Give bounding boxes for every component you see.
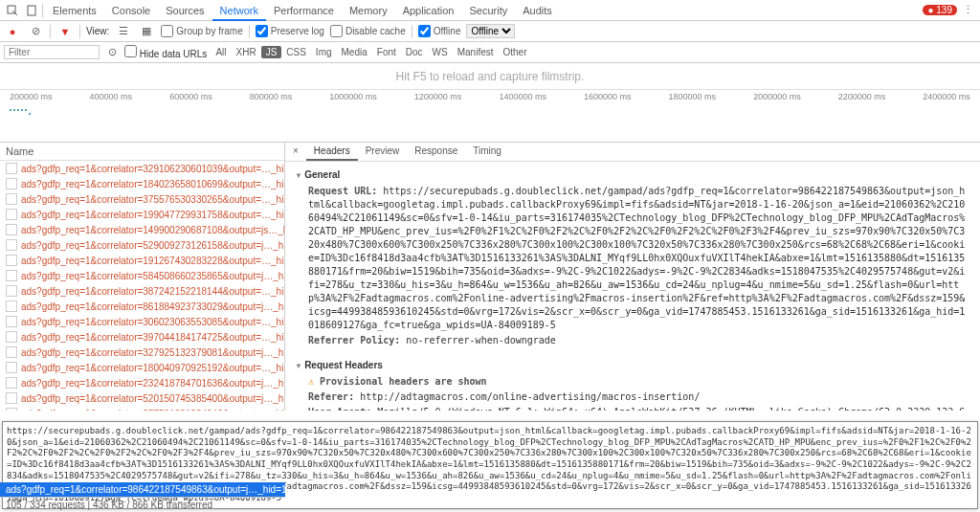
request-details: ×HeadersPreviewResponseTiming General Re… — [285, 143, 980, 411]
filter-search-icon[interactable]: ⊙ — [103, 44, 121, 61]
detail-tab-preview[interactable]: Preview — [358, 143, 408, 161]
settings-icon[interactable]: ⋮ — [959, 2, 976, 19]
timeline-tick: 600000 ms — [169, 92, 212, 101]
tab-application[interactable]: Application — [395, 2, 462, 19]
type-filter-img[interactable]: Img — [311, 46, 337, 58]
referrer-policy-value: no-referrer-when-downgrade — [406, 335, 556, 345]
request-row[interactable]: ads?gdfp_req=1&correlator=32792513237908… — [0, 345, 284, 360]
provisional-warning: ⚠ Provisional headers are shown — [295, 374, 970, 390]
type-filter-other[interactable]: Other — [499, 46, 532, 58]
view-label: View: — [86, 26, 109, 36]
timeline-tick: 400000 ms — [90, 92, 133, 101]
timeline-overview[interactable]: 200000 ms400000 ms600000 ms800000 ms1000… — [0, 90, 980, 143]
detail-tab-timing[interactable]: Timing — [465, 143, 509, 161]
user-agent-value: Mozilla/5.0 (Windows NT 6.1; Win64; x64)… — [308, 407, 965, 411]
svg-rect-1 — [28, 6, 35, 15]
general-section[interactable]: General — [295, 166, 970, 184]
filter-icon[interactable]: ▼ — [56, 23, 74, 40]
type-filter-js[interactable]: JS — [261, 46, 282, 58]
referer-value: http://adtagmacros.com/online-advertisin… — [360, 391, 700, 402]
request-row[interactable]: ads?gdfp_req=1&correlator=18004097092519… — [0, 360, 284, 375]
group-by-frame[interactable]: Group by frame — [161, 25, 242, 37]
type-filter-ws[interactable]: WS — [428, 46, 453, 58]
request-row[interactable]: ads?gdfp_req=1&correlator=52900927312615… — [0, 237, 284, 253]
name-column-header[interactable]: Name — [0, 143, 284, 161]
detail-tab-headers[interactable]: Headers — [306, 143, 358, 161]
timeline-tick: 1800000 ms — [669, 92, 717, 101]
tab-security[interactable]: Security — [461, 2, 515, 19]
device-icon[interactable] — [23, 2, 40, 19]
request-row[interactable]: ads?gdfp_req=1&correlator=32910623060103… — [0, 161, 284, 176]
request-row[interactable]: ads?gdfp_req=1&correlator=19904772993175… — [0, 207, 284, 222]
type-filter-manifest[interactable]: Manifest — [453, 46, 499, 58]
request-row[interactable]: ads?gdfp_req=1&correlator=38724215221814… — [0, 283, 284, 299]
filmstrip-hint: Hit F5 to reload and capture filmstrip. — [0, 63, 980, 90]
tab-network[interactable]: Network — [212, 2, 266, 21]
timeline-tick: 1400000 ms — [499, 92, 546, 101]
disable-cache[interactable]: Disable cache — [330, 25, 406, 37]
request-url-value: https://securepubads.g.doubleclick.net/g… — [308, 186, 965, 330]
filter-input[interactable] — [4, 45, 100, 59]
view-frame-icon[interactable]: ▦ — [138, 23, 155, 40]
timeline-tick: 1200000 ms — [414, 92, 462, 101]
type-filter-doc[interactable]: Doc — [401, 46, 428, 58]
timeline-tick: 2000000 ms — [753, 92, 801, 101]
tab-elements[interactable]: Elements — [45, 2, 104, 19]
inspect-icon[interactable] — [4, 2, 21, 19]
request-row[interactable]: ads?gdfp_req=1&correlator=37557653033026… — [0, 191, 284, 207]
request-row[interactable]: ads?gdfp_req=1&correlator=86188492373302… — [0, 299, 284, 314]
view-list-icon[interactable]: ☰ — [115, 23, 132, 40]
detail-tab-response[interactable]: Response — [407, 143, 465, 161]
timeline-tick: 1600000 ms — [584, 92, 632, 101]
request-row[interactable]: ads?gdfp_req=1&correlator=58450866023586… — [0, 268, 284, 283]
hide-data-urls[interactable]: Hide data URLs — [124, 45, 207, 59]
timeline-tick: 2200000 ms — [838, 92, 886, 101]
record-icon[interactable]: ● — [4, 23, 21, 40]
request-row[interactable]: ads?gdfp_req=1&correlator=19126743028322… — [0, 253, 284, 268]
request-row[interactable]: ads?gdfp_req=1&correlator=52015074538540… — [0, 390, 284, 406]
type-filter-all[interactable]: All — [211, 46, 231, 58]
devtools-tabs: ElementsConsoleSourcesNetworkPerformance… — [0, 0, 980, 21]
type-filter-css[interactable]: CSS — [281, 46, 311, 58]
request-row[interactable]: ads?gdfp_req=1&correlator=30602306355308… — [0, 314, 284, 329]
timeline-tick: 2400000 ms — [923, 92, 970, 101]
request-row[interactable]: ads?gdfp_req=1&correlator=27758123133494… — [0, 406, 284, 411]
request-row[interactable]: ads?gdfp_req=1&correlator=23241878470163… — [0, 375, 284, 390]
timeline-tick: 800000 ms — [250, 92, 293, 101]
type-filter-xhr[interactable]: XHR — [232, 46, 261, 58]
request-row[interactable]: ads?gdfp_req=1&correlator=18402365801069… — [0, 176, 284, 191]
tab-sources[interactable]: Sources — [158, 2, 212, 19]
request-row[interactable]: ads?gdfp_req=1&correlator=39704418417472… — [0, 329, 284, 345]
request-row[interactable]: ads?gdfp_req=1&correlator=14990029068710… — [0, 222, 284, 237]
preserve-log[interactable]: Preserve log — [256, 25, 324, 37]
network-toolbar: ● ⊘ ▼ View: ☰ ▦ Group by frame Preserve … — [0, 21, 980, 42]
tab-performance[interactable]: Performance — [266, 2, 342, 19]
request-headers-section[interactable]: Request Headers — [295, 356, 970, 374]
request-list: Name ads?gdfp_req=1&correlator=329106230… — [0, 143, 285, 411]
error-badge[interactable]: ● 139 — [923, 5, 957, 15]
type-filter-font[interactable]: Font — [372, 46, 401, 58]
offline[interactable]: Offline — [418, 25, 461, 37]
throttle-select[interactable]: Offline — [466, 24, 515, 38]
close-details-icon[interactable]: × — [285, 143, 306, 161]
tab-audits[interactable]: Audits — [515, 2, 560, 19]
timeline-tick: 1000000 ms — [329, 92, 377, 101]
tab-memory[interactable]: Memory — [342, 2, 395, 19]
filter-bar: ⊙ Hide data URLs AllXHRJSCSSImgMediaFont… — [0, 42, 980, 63]
type-filter-media[interactable]: Media — [337, 46, 372, 58]
clear-icon[interactable]: ⊘ — [27, 23, 44, 40]
timeline-tick: 200000 ms — [10, 92, 53, 101]
tab-console[interactable]: Console — [104, 2, 158, 19]
